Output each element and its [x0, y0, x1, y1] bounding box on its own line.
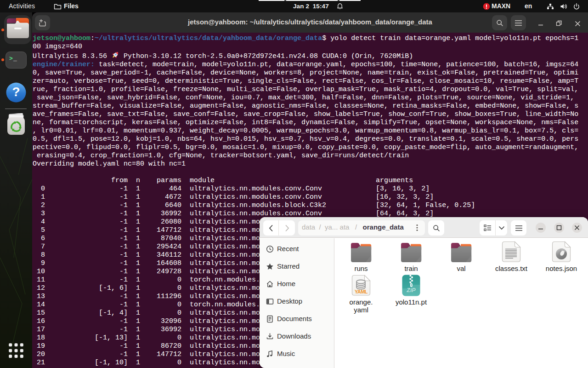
svg-text:_: _ — [13, 55, 17, 62]
svg-text:>: > — [9, 55, 13, 62]
svg-text:?: ? — [12, 85, 20, 99]
svg-text:Y﻿AML: Y﻿AML — [355, 289, 368, 294]
svg-text:ZiP: ZiP — [406, 287, 416, 293]
